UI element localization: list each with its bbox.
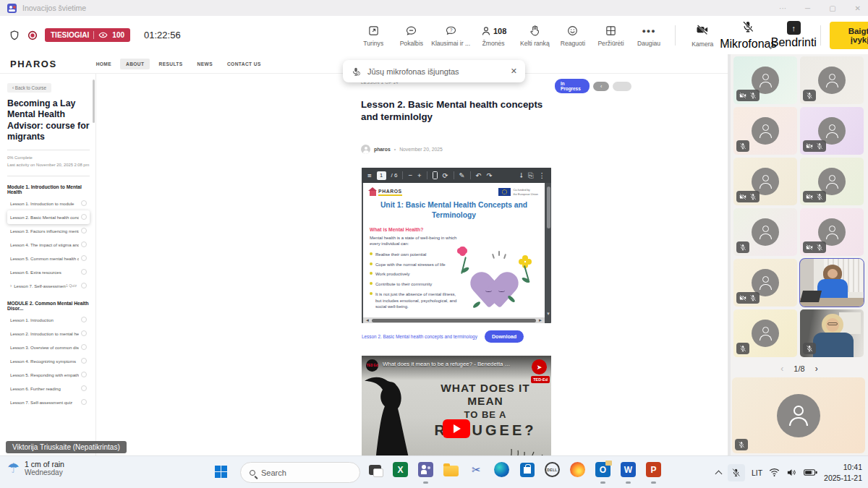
channel-avatar[interactable]: TED Ed <box>366 359 378 372</box>
participant-tile-video[interactable] <box>800 309 864 357</box>
language-indicator[interactable]: LIT <box>752 468 762 477</box>
lesson-item[interactable]: Lesson 7. Self-assessment quiz <box>7 395 90 409</box>
lesson-item-quiz[interactable]: ›Lesson 7. Self-assessment quiz1 Quiz <box>7 279 90 293</box>
download-button[interactable]: Download <box>485 330 524 343</box>
lesson-checkbox[interactable] <box>81 372 87 377</box>
video-title[interactable]: What does it mean to be a refugee? - Ben… <box>383 361 513 367</box>
chat-button[interactable]: Pokalbis <box>394 24 430 47</box>
battery-icon[interactable] <box>804 468 817 476</box>
tray-expand-icon[interactable] <box>715 470 722 477</box>
file-explorer-button[interactable] <box>442 461 460 484</box>
nav-home[interactable]: HOME <box>90 59 117 69</box>
nav-news[interactable]: NEWS <box>192 59 218 69</box>
pdf-more-icon[interactable]: ⋮ <box>539 172 546 179</box>
end-event-button[interactable]: Baigti įvykį <box>830 22 868 49</box>
view-button[interactable]: Peržiūrėti <box>593 24 629 47</box>
raise-hand-button[interactable]: Kelti ranką <box>517 24 553 47</box>
excel-button[interactable]: X <box>391 461 409 484</box>
participant-tile[interactable] <box>733 158 797 205</box>
nav-results[interactable]: RESULTS <box>153 59 188 69</box>
video-share-icon[interactable]: ➤ <box>532 359 547 374</box>
lesson-item[interactable]: Lesson 4. Recognizing symptoms <box>7 354 90 368</box>
youtube-play-button[interactable] <box>443 419 470 438</box>
lesson-checkbox[interactable] <box>81 344 87 350</box>
edge-button[interactable] <box>493 461 511 484</box>
page-next-icon[interactable]: › <box>815 364 818 374</box>
lesson-item[interactable]: Lesson 5. Responding with empathy <box>7 368 90 382</box>
pdf-download-icon[interactable]: ⭣ <box>519 172 522 179</box>
participant-tile[interactable] <box>733 107 797 155</box>
dell-button[interactable]: DELL <box>543 461 561 484</box>
lesson-checkbox[interactable] <box>81 283 87 288</box>
lesson-checkbox[interactable] <box>81 228 87 234</box>
lesson-item[interactable]: Lesson 3. Overview of common disorders <box>7 341 90 354</box>
nav-about[interactable]: ABOUT <box>120 59 150 69</box>
window-more-icon[interactable]: ··· <box>779 4 786 12</box>
lesson-item[interactable]: Lesson 6. Extra resources <box>7 265 90 279</box>
maximize-icon[interactable]: ▢ <box>829 4 835 12</box>
page-prev-icon[interactable]: ‹ <box>780 364 783 374</box>
attachment-link[interactable]: Lesson 2. Basic Mental health concepts a… <box>362 334 477 339</box>
lesson-checkbox[interactable] <box>81 399 87 405</box>
participant-tile[interactable] <box>733 208 797 256</box>
lesson-item[interactable]: Lesson 1. Introduction <box>7 313 90 327</box>
participant-tile[interactable] <box>800 107 864 155</box>
tray-mic-button[interactable] <box>728 464 745 481</box>
pdf-fit-page-icon[interactable] <box>433 171 438 179</box>
lesson-checkbox[interactable] <box>81 269 87 275</box>
qna-button[interactable]: ? Klausimai ir ... <box>432 24 469 47</box>
wifi-icon[interactable] <box>769 468 780 477</box>
nav-contact[interactable]: CONTACT US <box>221 59 267 69</box>
lesson-item[interactable]: Lesson 2. Introduction to mental health <box>7 327 90 341</box>
lesson-item-active[interactable]: Lesson 2. Basic Mental health concepts a… <box>7 210 90 224</box>
clock[interactable]: 10:41 2025-11-21 <box>824 462 862 482</box>
share-button[interactable]: ↑ Bendrinti <box>775 21 812 49</box>
snipping-tool-button[interactable]: ✂ <box>467 461 485 484</box>
microsoft-store-button[interactable] <box>518 461 536 484</box>
lesson-checkbox[interactable] <box>81 330 87 336</box>
lesson-item[interactable]: Lesson 5. Common mental health challeng.… <box>7 252 90 265</box>
pdf-undo-icon[interactable]: ↶ <box>476 172 482 179</box>
back-to-course-button[interactable]: ‹ Back to Course <box>7 83 51 93</box>
lesson-item[interactable]: Lesson 3. Factors influencing mental wel… <box>7 224 90 238</box>
search-input[interactable]: Search <box>240 462 360 483</box>
pdf-zoom-in-icon[interactable]: + <box>417 172 422 179</box>
pdf-scroll-down-arrow[interactable]: ▼ <box>546 312 550 316</box>
site-logo[interactable]: PHAROS <box>10 59 57 69</box>
toast-close-icon[interactable]: ✕ <box>511 67 517 76</box>
lesson-checkbox[interactable] <box>81 385 87 391</box>
prev-lesson-button[interactable]: ‹ <box>593 82 609 91</box>
pdf-print-icon[interactable]: ⎘ <box>528 172 534 179</box>
lesson-checkbox[interactable] <box>81 200 87 206</box>
participant-tile[interactable] <box>800 208 864 256</box>
microphone-button[interactable]: Mikrofonas <box>730 20 766 51</box>
participant-tile[interactable] <box>800 158 864 205</box>
camera-button[interactable]: Kamera <box>684 23 720 48</box>
pdf-page-input[interactable]: 1 <box>377 171 386 180</box>
more-button[interactable]: ●●● Daugiau <box>631 24 667 47</box>
volume-icon[interactable] <box>786 468 797 477</box>
react-button[interactable]: Reaguoti <box>556 24 591 47</box>
module1-title[interactable]: Module 1. Introduction to Mental Health <box>7 184 90 194</box>
youtube-embed[interactable]: TED Ed What does it mean to be a refugee… <box>362 356 551 455</box>
task-view-button[interactable] <box>366 461 384 484</box>
pdf-rotate-icon[interactable]: ⟳ <box>443 172 448 179</box>
content-button[interactable]: Turinys <box>356 24 391 47</box>
minimize-icon[interactable]: ─ <box>805 4 810 12</box>
ted-ed-watermark[interactable]: TED-Ed <box>531 376 550 383</box>
participant-tile[interactable] <box>733 56 797 104</box>
start-button[interactable] <box>215 466 227 478</box>
pdf-redo-icon[interactable]: ↷ <box>486 172 492 179</box>
weather-widget[interactable]: ☂ 1 cm of rain Wednesday <box>7 460 64 476</box>
powerpoint-button[interactable]: P <box>644 461 663 484</box>
pdf-menu-icon[interactable]: ≡ <box>367 172 372 179</box>
lesson-checkbox[interactable] <box>81 241 87 247</box>
author-name[interactable]: pharos <box>374 147 391 152</box>
outlook-button[interactable]: O <box>594 461 612 484</box>
participant-tile[interactable] <box>733 259 797 307</box>
pdf-annotate-icon[interactable]: ✎ <box>459 172 465 179</box>
teams-button[interactable] <box>417 461 435 484</box>
lesson-checkbox[interactable] <box>81 255 87 261</box>
lesson-checkbox[interactable] <box>81 214 87 220</box>
spotlight-tile[interactable] <box>732 377 865 453</box>
